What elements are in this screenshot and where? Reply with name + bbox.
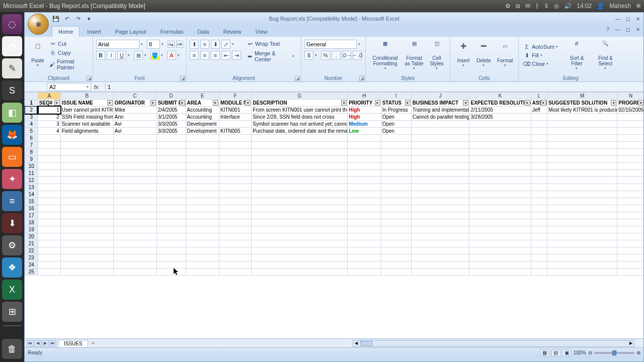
percent-icon[interactable]: % [321,51,330,60]
cell[interactable] [469,156,531,163]
cell[interactable] [531,219,547,226]
format-cells-button[interactable]: ▭Format▾ [494,38,516,73]
cell[interactable] [219,247,251,254]
col-header-E[interactable]: E [186,93,219,100]
cell[interactable] [60,212,113,219]
cell[interactable]: Cannot do parallel testing [411,114,469,121]
filter-icon[interactable]: ▾ [245,100,251,106]
cell[interactable] [469,205,531,212]
cell[interactable] [156,226,186,233]
user-name[interactable]: Mahesh [609,3,631,10]
cell[interactable] [186,163,219,170]
cell[interactable] [38,142,60,149]
autosum-button[interactable]: ΣAutoSum▾ [522,43,562,51]
header-cell[interactable]: DESCRIPTION▾ [252,100,348,107]
cell[interactable] [38,184,60,191]
cell[interactable] [531,170,547,177]
cell[interactable] [411,254,469,261]
cell[interactable] [531,205,547,212]
cell[interactable] [113,261,156,268]
launcher-gedit[interactable]: ◧ [2,103,22,123]
header-cell[interactable]: SUGGESTED SOLUTION▾ [547,100,617,107]
row-header-24[interactable]: 24 [25,261,38,268]
cell[interactable] [219,142,251,149]
align-middle-icon[interactable]: ≡ [200,40,209,49]
cell[interactable]: Development [186,128,219,135]
launcher-chrome[interactable]: ◔ [2,36,22,56]
cell[interactable] [381,226,411,233]
cell[interactable] [186,191,219,198]
dec-decimal-icon[interactable]: ←.0 [353,51,362,60]
cell[interactable] [617,261,643,268]
alignment-launcher-icon[interactable]: ◢ [295,76,300,81]
cell[interactable] [381,205,411,212]
cell[interactable] [469,142,531,149]
cell[interactable] [348,205,381,212]
fx-icon[interactable]: fx [94,84,102,90]
cell[interactable] [348,184,381,191]
cell-styles-button[interactable]: ◫Cell Styles▾ [427,38,447,73]
cell[interactable] [531,156,547,163]
row-header-23[interactable]: 23 [25,254,38,261]
launcher-firefox[interactable]: 🦊 [2,125,22,145]
row-header-17[interactable]: 17 [25,212,38,219]
cell[interactable] [113,170,156,177]
cell[interactable] [252,254,348,261]
cell[interactable] [156,261,186,268]
indent-dec-icon[interactable]: ⇤ [221,51,230,60]
scroll-thumb[interactable] [360,341,372,346]
launcher-dash[interactable]: ◌ [2,14,22,34]
cell[interactable] [60,191,113,198]
cell[interactable] [113,184,156,191]
cell[interactable] [381,156,411,163]
cell[interactable] [38,247,60,254]
row-header-11[interactable]: 11 [25,170,38,177]
filter-icon[interactable]: ▾ [213,100,218,106]
cell[interactable] [219,198,251,205]
cell[interactable]: Ann [113,114,156,121]
cell[interactable] [381,240,411,247]
filter-icon[interactable]: ▾ [541,100,546,106]
cell[interactable] [113,198,156,205]
cell[interactable] [531,128,547,135]
cell[interactable] [617,240,643,247]
launcher-app2[interactable]: ❖ [2,257,22,278]
cell[interactable] [381,261,411,268]
worksheet-grid[interactable]: ABCDEFGHIJKLMN1SEQ#▾ISSUE NAME▾ORGINATOR… [25,92,643,338]
cell[interactable] [531,191,547,198]
cell[interactable] [531,163,547,170]
cell[interactable]: 02/15/2005: Ann assigned to Jeff 02/16/2… [617,107,643,114]
row-header-7[interactable]: 7 [25,142,38,149]
cell[interactable] [38,170,60,177]
cell[interactable] [60,226,113,233]
cell[interactable] [381,212,411,219]
cell[interactable] [411,121,469,128]
underline-button[interactable]: U [117,51,126,60]
cell[interactable] [348,233,381,240]
cell[interactable] [381,170,411,177]
cell[interactable]: In Progress [381,107,411,114]
cell[interactable] [469,268,531,276]
header-cell[interactable]: STATUS▾ [381,100,411,107]
filter-icon[interactable]: ▾ [638,100,643,106]
cell[interactable] [547,247,617,254]
cell[interactable] [469,163,531,170]
cell[interactable] [411,128,469,135]
cell[interactable] [348,135,381,142]
cell[interactable] [186,170,219,177]
cell[interactable] [186,212,219,219]
header-cell[interactable]: MODULE NAME▾ [219,100,251,107]
col-header-D[interactable]: D [156,93,186,100]
launcher-workspace[interactable]: ⊞ [2,302,22,322]
cell[interactable] [60,184,113,191]
cell[interactable] [547,135,617,142]
cell[interactable] [469,191,531,198]
cell[interactable] [219,240,251,247]
minimize-button[interactable]: — [614,15,621,22]
row-header-15[interactable]: 15 [25,198,38,205]
cell[interactable] [60,219,113,226]
cell[interactable] [411,198,469,205]
cell[interactable] [156,247,186,254]
sheet-nav-first[interactable]: ⏮ [27,340,34,347]
cell[interactable] [252,233,348,240]
